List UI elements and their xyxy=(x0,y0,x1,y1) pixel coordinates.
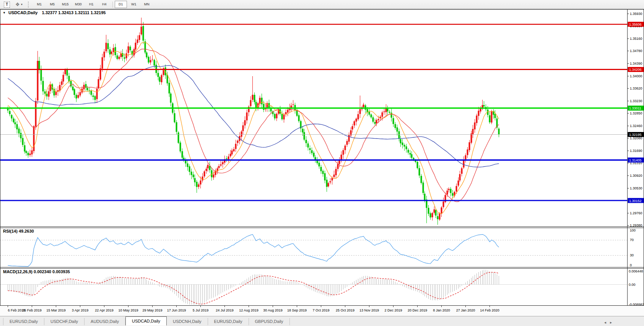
tab-usdcad-daily[interactable]: USDCAD,Daily xyxy=(125,316,167,326)
arrange-windows-button[interactable]: ❖ ▾ xyxy=(14,1,24,8)
price-tick-label: 1.35930 xyxy=(630,12,642,16)
price-tick-label: 1.34390 xyxy=(630,62,642,65)
rsi-indicator-label: RSI(14) 49.2630 xyxy=(3,229,34,233)
timeframe-button-h4[interactable]: H4 xyxy=(98,1,111,8)
time-tick-label: 25 Feb 2019 xyxy=(22,308,42,312)
time-tick-label: 10 May 2019 xyxy=(118,308,138,312)
price-tick-label: 1.30530 xyxy=(630,186,642,190)
price-badge-label: 1.32195 xyxy=(629,133,642,137)
price-tick-label: 1.33620 xyxy=(630,86,642,90)
chart-tab-bar: EURUSD,DailyUSDCHF,DailyAUDUSD,DailyUSDC… xyxy=(0,316,644,326)
time-tick-label: 27 Jan 2020 xyxy=(456,308,475,312)
mt4-terminal: { "toolbar": { "text_tool": "T", "arrang… xyxy=(0,0,644,326)
timeframe-button-w1[interactable]: W1 xyxy=(128,1,140,8)
time-tick-label: 29 May 2019 xyxy=(142,308,162,312)
timeframe-button-m1[interactable]: M1 xyxy=(33,1,46,8)
rsi-axis-label: 100 xyxy=(630,228,636,232)
tab-eurusd-daily[interactable]: EURUSD,Daily xyxy=(3,318,44,325)
price-badge-label: 1.30152 xyxy=(629,199,642,203)
chart-dropdown-icon[interactable]: ▼ xyxy=(3,11,6,15)
price-tick-label: 1.29760 xyxy=(630,211,642,215)
tab-eurusd-daily[interactable]: EURUSD,Daily xyxy=(208,318,249,325)
time-tick-label: 13 Nov 2019 xyxy=(359,308,379,312)
tab-audusd-daily[interactable]: AUDUSD,Daily xyxy=(85,318,125,325)
dropdown-caret-icon: ▾ xyxy=(21,3,23,6)
chart-canvas[interactable]: 1.359301.355501.351601.347801.343901.340… xyxy=(0,0,644,316)
macd-indicator-label: MACD(12,26,9) 0.002340 0.003935 xyxy=(3,269,70,274)
macd-axis-label: 0.00 xyxy=(629,283,636,287)
timeframe-button-m30[interactable]: M30 xyxy=(72,1,85,8)
price-tick-label: 1.31690 xyxy=(630,149,642,153)
timeframe-button-m15[interactable]: M15 xyxy=(59,1,72,8)
time-tick-label: 3 Apr 2019 xyxy=(72,308,89,312)
time-tick-label: 24 Jul 2019 xyxy=(216,308,234,312)
timeframe-button-d1[interactable]: D1 xyxy=(115,1,127,8)
price-tick-label: 1.34000 xyxy=(630,74,642,78)
text-tool-icon: T xyxy=(4,2,10,8)
time-tick-label: 22 Apr 2019 xyxy=(95,308,114,312)
price-badge-label: 1.35606 xyxy=(629,23,642,26)
price-badge-label: 1.33011 xyxy=(629,106,641,110)
text-tool-button[interactable]: T xyxy=(2,1,11,8)
time-tick-label: 7 Oct 2019 xyxy=(312,308,329,312)
timeframe-toolbar: M1M5M15M30H1H4D1W1MN xyxy=(33,0,153,9)
price-badge-label: 1.31405 xyxy=(629,158,642,162)
macd-axis-label: -0.008982 xyxy=(629,303,644,306)
tab-usdchf-daily[interactable]: USDCHF,Daily xyxy=(44,318,85,325)
timeframe-button-m5[interactable]: M5 xyxy=(46,1,59,8)
price-badge-label: 1.34206 xyxy=(629,68,642,72)
time-tick-label: 20 Dec 2019 xyxy=(408,308,427,312)
top-toolbar: T ❖ ▾ M1M5M15M30H1H4D1W1MN xyxy=(0,0,644,9)
tab-scroll-right-button[interactable]: ▸ xyxy=(610,320,612,324)
price-tick-label: 1.35160 xyxy=(630,37,642,41)
tab-usdcnh-daily[interactable]: USDCNH,Daily xyxy=(167,318,208,325)
tab-scroll-left-button[interactable]: ◂ xyxy=(604,320,606,324)
time-tick-label: 12 Aug 2019 xyxy=(239,308,259,312)
toolbar-separator xyxy=(112,2,113,8)
rsi-axis-label: 70 xyxy=(630,238,634,242)
price-tick-label: 1.32460 xyxy=(630,124,642,128)
time-tick-label: 5 Jul 2019 xyxy=(193,308,209,312)
time-tick-label: 8 Jan 2020 xyxy=(433,308,450,312)
time-tick-label: 30 Aug 2019 xyxy=(263,308,283,312)
time-tick-label: 25 Oct 2019 xyxy=(336,308,355,312)
chart-title: ▼ USDCAD,Daily 1.32377 1.32413 1.32111 1… xyxy=(3,10,106,15)
rsi-axis-label: 0 xyxy=(630,263,632,267)
price-tick-label: 1.34780 xyxy=(630,49,642,53)
chart-window-background xyxy=(0,10,644,305)
timeframe-button-h1[interactable]: H1 xyxy=(85,1,98,8)
macd-axis-label: 0.006448 xyxy=(629,269,643,273)
arrange-windows-icon: ❖ xyxy=(15,2,20,7)
price-tick-label: 1.33230 xyxy=(630,99,642,103)
time-tick-label: 18 Sep 2019 xyxy=(287,308,307,312)
chart-symbol-label: USDCAD,Daily xyxy=(8,10,37,15)
rsi-axis-label: 30 xyxy=(630,253,634,257)
price-tick-label: 1.29380 xyxy=(630,223,642,227)
timeframe-button-mn[interactable]: MN xyxy=(141,1,153,8)
tab-scroll-arrows: ◂ ▸ xyxy=(604,320,612,324)
time-tick-label: 2 Dec 2019 xyxy=(384,308,402,312)
time-tick-label: 14 Feb 2020 xyxy=(480,308,499,312)
chart-tabs: EURUSD,DailyUSDCHF,DailyAUDUSD,DailyUSDC… xyxy=(3,316,290,326)
price-tick-label: 1.32850 xyxy=(630,111,642,115)
chart-ohlc-values: 1.32377 1.32413 1.32111 1.32195 xyxy=(42,10,106,15)
time-tick-label: 17 Jun 2019 xyxy=(167,308,186,312)
toolbar-grip xyxy=(28,2,31,8)
time-tick-label: 15 Mar 2019 xyxy=(46,308,66,312)
price-tick-label: 1.30920 xyxy=(630,174,642,178)
tab-gbpusd-daily[interactable]: GBPUSD,Daily xyxy=(249,318,290,325)
